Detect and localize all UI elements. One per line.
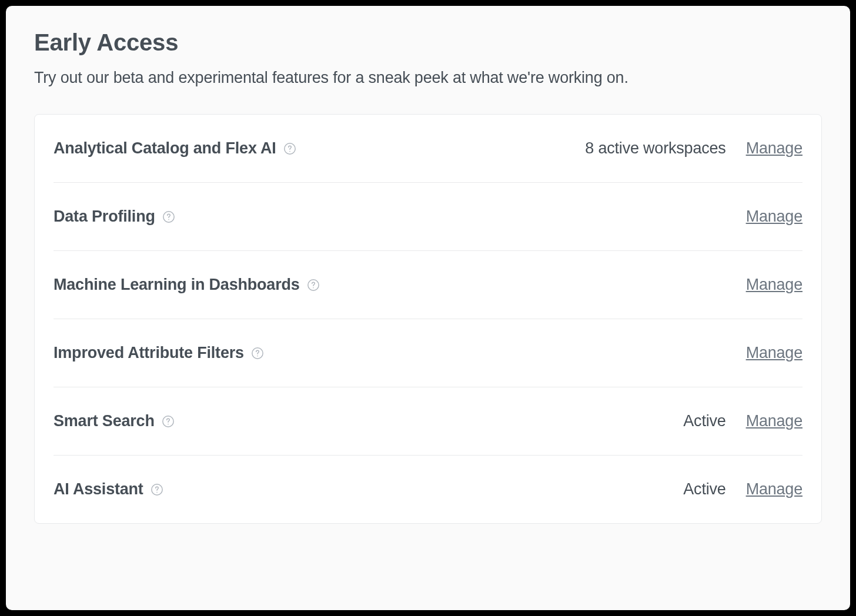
help-icon[interactable] [151,483,163,496]
features-panel: Analytical Catalog and Flex AI 8 active … [34,114,822,524]
feature-row-attribute-filters: Improved Attribute Filters Manage [54,319,802,387]
manage-link[interactable]: Manage [746,139,802,158]
help-icon[interactable] [162,210,175,223]
feature-name: Analytical Catalog and Flex AI [54,139,276,158]
feature-name: Smart Search [54,412,155,430]
svg-point-7 [257,355,258,356]
help-icon[interactable] [307,279,320,292]
manage-link[interactable]: Manage [746,207,802,226]
feature-status: Active [683,480,725,498]
svg-point-11 [156,491,158,493]
feature-row-smart-search: Smart Search Active Manage [54,387,802,456]
feature-name-wrap: Data Profiling [54,207,714,226]
feature-name-wrap: Analytical Catalog and Flex AI [54,139,573,158]
feature-name-wrap: AI Assistant [54,480,671,498]
feature-name: AI Assistant [54,480,143,498]
feature-row-ai-assistant: AI Assistant Active Manage [54,456,802,523]
svg-point-9 [168,423,169,424]
feature-name: Improved Attribute Filters [54,344,244,362]
feature-name-wrap: Machine Learning in Dashboards [54,276,714,294]
feature-row-ml-dashboards: Machine Learning in Dashboards Manage [54,251,802,319]
svg-point-3 [168,219,169,220]
feature-name: Machine Learning in Dashboards [54,276,300,294]
feature-status: Active [683,412,725,430]
manage-link[interactable]: Manage [746,480,802,498]
early-access-page: Early Access Try out our beta and experi… [6,6,850,610]
manage-link[interactable]: Manage [746,344,802,362]
feature-name-wrap: Improved Attribute Filters [54,344,714,362]
page-title: Early Access [34,29,822,56]
svg-point-5 [313,287,314,288]
feature-row-data-profiling: Data Profiling Manage [54,183,802,251]
feature-name: Data Profiling [54,207,155,226]
feature-row-analytical-catalog: Analytical Catalog and Flex AI 8 active … [54,115,802,183]
page-subtitle: Try out our beta and experimental featur… [34,69,822,87]
manage-link[interactable]: Manage [746,276,802,294]
feature-name-wrap: Smart Search [54,412,671,430]
svg-point-1 [289,150,290,152]
help-icon[interactable] [283,142,296,155]
help-icon[interactable] [162,415,175,428]
manage-link[interactable]: Manage [746,412,802,430]
help-icon[interactable] [251,347,264,360]
feature-status: 8 active workspaces [585,139,725,158]
